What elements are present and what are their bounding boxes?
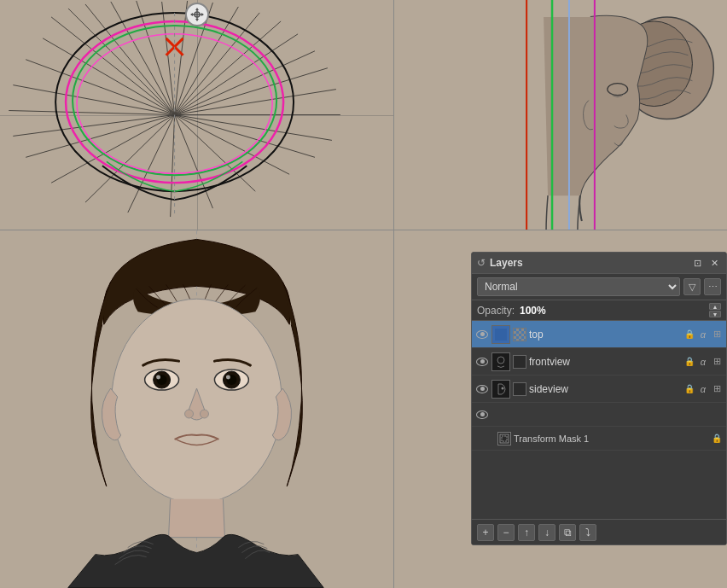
layer-row-top[interactable]: top 🔒 α ⊞ xyxy=(472,321,726,348)
merge-layer-btn[interactable]: ⤵ xyxy=(579,524,596,541)
layer-row-sideview-vis xyxy=(472,403,726,427)
layer-mask-top xyxy=(513,328,526,341)
layer-actions-top: 🔒 α ⊞ xyxy=(683,329,723,341)
top-view-drawing xyxy=(0,0,393,230)
eye-icon-frontview xyxy=(476,358,488,366)
opacity-spinner: ▲ ▼ xyxy=(709,303,721,317)
transform-mask-row[interactable]: Transform Mask 1 🔒 xyxy=(472,427,726,451)
layer-thumb-sideview xyxy=(491,380,510,399)
svg-marker-3 xyxy=(195,8,199,10)
canvas-bottom-left[interactable] xyxy=(0,230,394,588)
layers-title-right: ⊡ ✕ xyxy=(690,256,721,270)
add-layer-btn[interactable]: + xyxy=(477,524,494,541)
layers-panel: ↺ Layers ⊡ ✕ Normal ▽ ⋯ Opacity: 100% ▲ … xyxy=(471,252,727,545)
alpha-icon-frontview[interactable]: α xyxy=(697,356,709,368)
svg-marker-5 xyxy=(190,13,193,16)
eye-icon-sideview xyxy=(476,385,488,393)
svg-point-77 xyxy=(502,387,504,389)
svg-point-65 xyxy=(156,376,160,380)
svg-line-18 xyxy=(175,34,298,115)
svg-line-35 xyxy=(13,85,174,115)
svg-line-20 xyxy=(175,68,328,115)
settings-icon-frontview[interactable]: ⊞ xyxy=(711,356,723,368)
layers-title-bar: ↺ Layers ⊡ ✕ xyxy=(472,253,726,274)
move-up-btn[interactable]: ↑ xyxy=(518,524,535,541)
opacity-down-btn[interactable]: ▼ xyxy=(709,311,721,317)
layers-title-text: Layers xyxy=(490,257,523,269)
layers-empty-area xyxy=(472,451,726,519)
svg-line-7 xyxy=(51,17,174,115)
copy-layer-btn[interactable]: ⧉ xyxy=(559,524,576,541)
layer-row-sideview[interactable]: sideview 🔒 α ⊞ xyxy=(472,376,726,403)
lock-icon-sideview[interactable]: 🔒 xyxy=(683,383,695,395)
svg-point-70 xyxy=(185,410,194,418)
transform-mask-icon xyxy=(497,432,511,445)
settings-icon-sideview[interactable]: ⊞ xyxy=(711,383,723,395)
eye-icon-sideview-child xyxy=(476,410,488,419)
svg-rect-79 xyxy=(502,436,507,441)
svg-point-71 xyxy=(200,410,208,418)
front-view-drawing xyxy=(0,230,393,588)
svg-line-28 xyxy=(171,115,175,218)
canvas-top-right[interactable] xyxy=(394,0,727,230)
side-view-drawing xyxy=(394,0,727,230)
svg-line-8 xyxy=(68,9,175,115)
layer-actions-sideview: 🔒 α ⊞ xyxy=(683,383,723,395)
main-area: ↺ Layers ⊡ ✕ Normal ▽ ⋯ Opacity: 100% ▲ … xyxy=(0,0,727,588)
opacity-up-btn[interactable]: ▲ xyxy=(709,303,721,310)
settings-icon-top[interactable]: ⊞ xyxy=(711,329,723,341)
layer-vis-sideview[interactable] xyxy=(475,382,489,396)
layer-vis-sideview-child[interactable] xyxy=(475,408,489,422)
layer-actions-frontview: 🔒 α ⊞ xyxy=(683,356,723,368)
move-down-btn[interactable]: ↓ xyxy=(538,524,555,541)
layer-name-sideview: sideview xyxy=(529,383,681,395)
transform-widget[interactable] xyxy=(185,3,209,26)
blend-mode-select[interactable]: Normal xyxy=(477,277,680,296)
layers-title-left: ↺ Layers xyxy=(477,257,523,269)
lock-icon-frontview[interactable]: 🔒 xyxy=(683,356,695,368)
layer-mask-sideview xyxy=(513,382,526,396)
svg-line-23 xyxy=(175,115,332,141)
svg-point-69 xyxy=(226,376,230,380)
transform-mask-name: Transform Mask 1 xyxy=(514,434,708,444)
layers-refresh-icon: ↺ xyxy=(477,257,486,269)
opacity-value: 100% xyxy=(520,305,546,317)
layer-thumb-top xyxy=(491,325,510,344)
layer-thumb-frontview xyxy=(491,352,510,371)
more-options-btn[interactable]: ⋯ xyxy=(704,278,721,295)
layers-expand-btn[interactable]: ⊡ xyxy=(690,256,704,270)
alpha-icon-top[interactable]: α xyxy=(697,329,709,341)
blend-mode-row: Normal ▽ ⋯ xyxy=(472,274,726,300)
layer-vis-top[interactable] xyxy=(475,328,489,341)
layers-bottom-bar: + − ↑ ↓ ⧉ ⤵ xyxy=(472,519,726,544)
lock-icon-transform[interactable]: 🔒 xyxy=(711,433,723,445)
layer-name-frontview: frontview xyxy=(529,356,681,368)
layer-vis-frontview[interactable] xyxy=(475,355,489,369)
canvas-top-left[interactable] xyxy=(0,0,394,230)
opacity-row: Opacity: 100% ▲ ▼ xyxy=(472,300,726,321)
svg-line-12 xyxy=(162,2,175,115)
svg-line-27 xyxy=(175,115,213,209)
layer-row-frontview[interactable]: frontview 🔒 α ⊞ xyxy=(472,348,726,376)
eye-icon-top xyxy=(476,330,488,339)
svg-line-34 xyxy=(9,111,174,115)
layer-mask-frontview xyxy=(513,355,526,369)
svg-line-37 xyxy=(43,38,174,115)
layers-close-btn[interactable]: ✕ xyxy=(707,256,721,270)
opacity-label: Opacity: xyxy=(477,305,515,317)
filter-btn[interactable]: ▽ xyxy=(683,278,701,295)
remove-layer-btn[interactable]: − xyxy=(497,524,515,541)
svg-rect-73 xyxy=(495,329,507,341)
layer-name-top: top xyxy=(529,329,681,341)
alpha-icon-sideview[interactable]: α xyxy=(697,383,709,395)
lock-icon-top[interactable]: 🔒 xyxy=(683,329,695,341)
svg-marker-4 xyxy=(195,19,199,21)
svg-marker-6 xyxy=(201,13,204,16)
svg-line-33 xyxy=(13,115,174,137)
